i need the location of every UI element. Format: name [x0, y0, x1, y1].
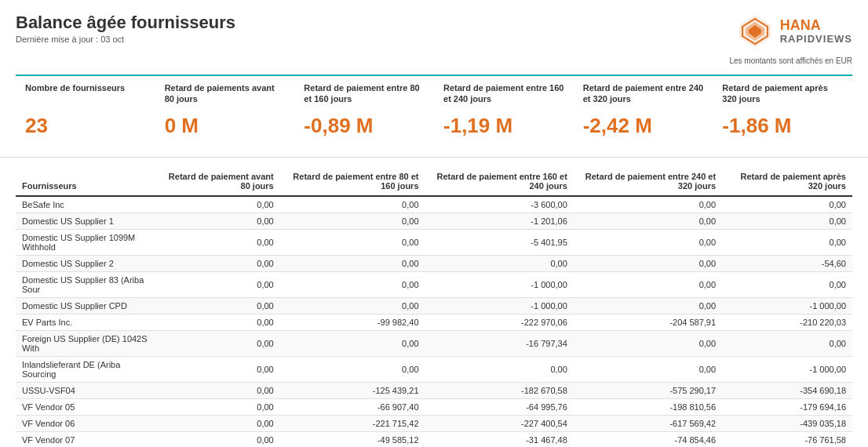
cell-12-4: -74 854,46 — [574, 432, 722, 448]
cell-0-5: 0,00 — [722, 196, 852, 213]
table-row: Foreign US Supplier (DE) 1042S With0,000… — [16, 331, 852, 357]
cell-2-4: 0,00 — [574, 230, 722, 256]
cell-9-5: -354 690,18 — [722, 383, 852, 399]
cell-6-1: 0,00 — [154, 314, 280, 331]
col-header-2: Retard de paiement entre 80 et 160 jours — [280, 167, 425, 196]
cell-3-5: -54,60 — [722, 256, 852, 272]
last-update: Dernière mise à jour : 03 oct — [16, 35, 235, 44]
cell-6-3: -222 970,06 — [425, 314, 574, 331]
cell-11-1: 0,00 — [154, 416, 280, 432]
cell-0-3: -3 600,00 — [425, 196, 574, 213]
cell-10-1: 0,00 — [154, 399, 280, 416]
kpi-label-0: Nombre de fournisseurs — [25, 82, 146, 107]
cell-2-3: -5 401,95 — [425, 230, 574, 256]
cell-1-2: 0,00 — [280, 213, 425, 230]
col-header-3: Retard de paiement entre 160 et 240 jour… — [425, 167, 574, 196]
cell-2-5: 0,00 — [722, 230, 852, 256]
kpi-label-1: Retard de paiements avant 80 jours — [165, 82, 286, 107]
currency-note: Les montants sont affichés en EUR — [0, 56, 868, 68]
cell-10-2: -66 907,40 — [280, 399, 425, 416]
kpi-item-2: Retard de paiement entre 80 et 160 jours… — [294, 74, 434, 144]
cell-1-3: -1 201,06 — [425, 213, 574, 230]
cell-7-1: 0,00 — [154, 331, 280, 357]
cell-0-1: 0,00 — [154, 196, 280, 213]
cell-12-2: -49 585,12 — [280, 432, 425, 448]
cell-10-3: -64 995,76 — [425, 399, 574, 416]
table-row: Domestic US Supplier 1099M Withhold0,000… — [16, 230, 852, 256]
cell-3-3: 0,00 — [425, 256, 574, 272]
cell-4-1: 0,00 — [154, 272, 280, 298]
cell-1-4: 0,00 — [574, 213, 722, 230]
table-row: USSU-VSF040,00-125 439,21-182 670,58-575… — [16, 383, 852, 399]
kpi-value-4: -2,42 M — [583, 114, 704, 138]
cell-12-1: 0,00 — [154, 432, 280, 448]
cell-11-4: -617 569,42 — [574, 416, 722, 432]
logo: HANA RAPIDVIEWS — [736, 13, 852, 50]
cell-7-3: -16 797,34 — [425, 331, 574, 357]
kpi-label-2: Retard de paiement entre 80 et 160 jours — [304, 82, 425, 107]
kpi-label-3: Retard de paiement entre 160 et 240 jour… — [443, 82, 564, 107]
cell-6-2: -99 982,40 — [280, 314, 425, 331]
cell-5-4: 0,00 — [574, 298, 722, 314]
cell-6-5: -210 220,03 — [722, 314, 852, 331]
table-row: Domestic US Supplier CPD0,000,00-1 000,0… — [16, 298, 852, 314]
kpi-section: Nombre de fournisseurs 23 Retard de paie… — [0, 68, 868, 158]
table-row: VF Vendor 070,00-49 585,12-31 467,48-74 … — [16, 432, 852, 448]
cell-5-2: 0,00 — [280, 298, 425, 314]
cell-12-5: -76 761,58 — [722, 432, 852, 448]
cell-12-3: -31 467,48 — [425, 432, 574, 448]
kpi-item-4: Retard de paiement entre 240 et 320 jour… — [574, 74, 713, 144]
cell-3-1: 0,00 — [154, 256, 280, 272]
table-row: Inlandslieferant DE (Ariba Sourcing0,000… — [16, 357, 852, 383]
cell-1-1: 0,00 — [154, 213, 280, 230]
cell-1-0: Domestic US Supplier 1 — [16, 213, 154, 230]
cell-5-0: Domestic US Supplier CPD — [16, 298, 154, 314]
kpi-value-1: 0 M — [165, 114, 286, 138]
kpi-item-3: Retard de paiement entre 160 et 240 jour… — [434, 74, 574, 144]
cell-8-3: 0,00 — [425, 357, 574, 383]
cell-11-5: -439 035,18 — [722, 416, 852, 432]
cell-2-1: 0,00 — [154, 230, 280, 256]
cell-7-2: 0,00 — [280, 331, 425, 357]
cell-8-2: 0,00 — [280, 357, 425, 383]
aging-table: FournisseursRetard de paiement avant 80 … — [16, 167, 852, 447]
kpi-label-5: Retard de paiement après 320 jours — [722, 82, 843, 107]
col-header-5: Retard de paiement après 320 jours — [722, 167, 852, 196]
cell-4-3: -1 000,00 — [425, 272, 574, 298]
cell-10-4: -198 810,56 — [574, 399, 722, 416]
cell-0-2: 0,00 — [280, 196, 425, 213]
cell-2-0: Domestic US Supplier 1099M Withhold — [16, 230, 154, 256]
cell-10-0: VF Vendor 05 — [16, 399, 154, 416]
kpi-label-4: Retard de paiement entre 240 et 320 jour… — [583, 82, 704, 107]
kpi-value-2: -0,89 M — [304, 114, 425, 138]
cell-8-5: -1 000,00 — [722, 357, 852, 383]
cell-8-0: Inlandslieferant DE (Ariba Sourcing — [16, 357, 154, 383]
cell-4-5: 0,00 — [722, 272, 852, 298]
kpi-item-0: Nombre de fournisseurs 23 — [16, 74, 155, 144]
cell-8-4: 0,00 — [574, 357, 722, 383]
cell-9-4: -575 290,17 — [574, 383, 722, 399]
table-row: Domestic US Supplier 83 (Ariba Sour0,000… — [16, 272, 852, 298]
cell-11-2: -221 715,42 — [280, 416, 425, 432]
cell-6-0: EV Parts Inc. — [16, 314, 154, 331]
cell-5-1: 0,00 — [154, 298, 280, 314]
cell-4-2: 0,00 — [280, 272, 425, 298]
page-title: Balance âgée fournisseurs — [16, 13, 235, 33]
cell-7-4: 0,00 — [574, 331, 722, 357]
cell-1-5: 0,00 — [722, 213, 852, 230]
cell-9-2: -125 439,21 — [280, 383, 425, 399]
kpi-value-0: 23 — [25, 114, 146, 138]
kpi-value-5: -1,86 M — [722, 114, 843, 138]
cell-9-0: USSU-VSF04 — [16, 383, 154, 399]
cell-11-0: VF Vendor 06 — [16, 416, 154, 432]
table-row: BeSafe Inc0,000,00-3 600,000,000,00 — [16, 196, 852, 213]
cell-6-4: -204 587,91 — [574, 314, 722, 331]
table-row: Domestic US Supplier 20,000,000,000,00-5… — [16, 256, 852, 272]
col-header-4: Retard de paiement entre 240 et 320 jour… — [574, 167, 722, 196]
cell-5-3: -1 000,00 — [425, 298, 574, 314]
cell-0-4: 0,00 — [574, 196, 722, 213]
table-header-row: FournisseursRetard de paiement avant 80 … — [16, 167, 852, 196]
kpi-item-5: Retard de paiement après 320 jours -1,86… — [713, 74, 852, 144]
cell-0-0: BeSafe Inc — [16, 196, 154, 213]
cell-3-2: 0,00 — [280, 256, 425, 272]
